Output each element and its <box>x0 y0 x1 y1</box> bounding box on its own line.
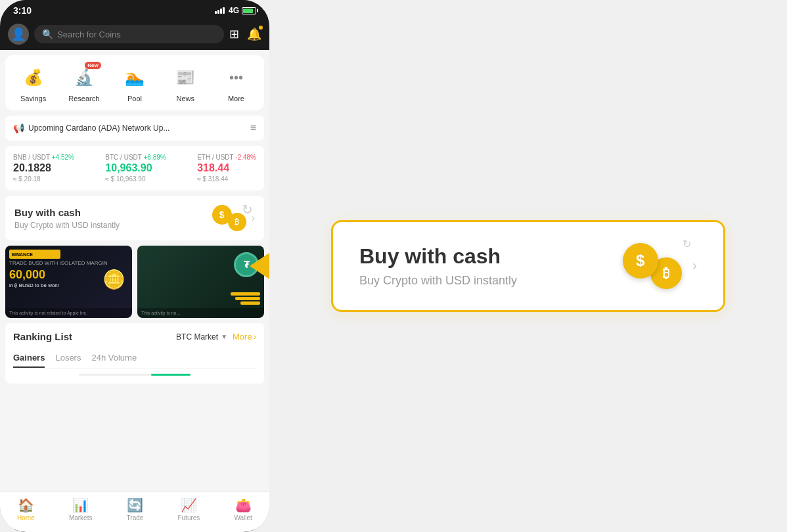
trade-nav-label: Trade <box>127 514 144 521</box>
buy-cash-content: Buy with cash Buy Crypto with USD instan… <box>14 207 120 230</box>
announcement-text: 📢 Upcoming Cardano (ADA) Network Up... <box>13 123 169 133</box>
buy-cash-title: Buy with cash <box>14 207 120 218</box>
nav-futures[interactable]: 📈 Futures <box>177 497 200 521</box>
nav-home[interactable]: 🏠 Home <box>17 497 35 521</box>
wallet-icon: 👛 <box>235 497 252 513</box>
buy-cash-card[interactable]: Buy with cash Buy Crypto with USD instan… <box>5 196 264 240</box>
eth-value: 318.44 <box>197 162 256 174</box>
expanded-buy-cash-card[interactable]: Buy with cash Buy Crypto with USD instan… <box>331 220 725 312</box>
list-icon: ≡ <box>250 122 256 134</box>
ranking-section: Ranking List BTC Market ▼ More › Gainers <box>5 323 264 384</box>
tab-gainers[interactable]: Gainers <box>13 349 45 368</box>
signal-icon <box>215 7 225 14</box>
content-area: 💰 Savings 🔬 New Research 🏊 Pool <box>0 50 269 529</box>
callout-arrow-icon <box>250 253 269 279</box>
trade-icon: 🔄 <box>127 497 143 513</box>
bnb-value: 20.1828 <box>13 162 74 174</box>
menu-item-research[interactable]: 🔬 New Research <box>58 63 109 102</box>
tether-disclaimer: This activity is no... <box>137 308 264 318</box>
bnb-usd: ≈ $ 20.18 <box>13 175 74 183</box>
tether-banner[interactable]: ₮ This activity is no... <box>137 246 264 318</box>
search-icon: 🔍 <box>42 29 53 39</box>
more-link-label: More <box>233 332 252 342</box>
bell-icon[interactable]: 🔔 <box>247 27 261 41</box>
bnb-price[interactable]: BNB / USDT +4.52% 20.1828 ≈ $ 20.18 <box>13 154 74 183</box>
battery-icon <box>242 7 256 14</box>
wallet-nav-label: Wallet <box>234 514 252 521</box>
nav-icons: ⊞ 🔔 <box>229 27 261 41</box>
nav-markets[interactable]: 📊 Markets <box>69 497 93 521</box>
status-icons: 4G <box>215 6 256 15</box>
pool-icon: 🏊 <box>125 68 145 87</box>
eth-usd: ≈ $ 318.44 <box>197 175 256 183</box>
nav-wallet[interactable]: 👛 Wallet <box>234 497 252 521</box>
phone-screen: 👤 🔍 Search for Coins ⊞ 🔔 💰 Savings <box>0 18 269 529</box>
research-label: Research <box>68 95 99 102</box>
banner-section: BINANCEMARGIN TRADE BUSD WITH ISOLATED M… <box>5 246 264 318</box>
buy-cash-subtitle: Buy Crypto with USD instantly <box>14 221 120 230</box>
scroll-indicator <box>79 374 191 376</box>
scan-icon[interactable]: ⊞ <box>229 27 239 41</box>
search-placeholder: Search for Coins <box>57 30 121 39</box>
expanded-card-subtitle: Buy Crypto with USD instantly <box>359 274 517 288</box>
nav-trade[interactable]: 🔄 Trade <box>127 497 144 521</box>
network-label: 4G <box>229 6 239 15</box>
futures-nav-label: Futures <box>177 514 200 521</box>
announcement-bar[interactable]: 📢 Upcoming Cardano (ADA) Network Up... ≡ <box>5 116 264 141</box>
ranking-meta: BTC Market ▼ More › <box>176 332 256 342</box>
news-icon: 📰 <box>175 68 195 87</box>
binance-margin-banner[interactable]: BINANCEMARGIN TRADE BUSD WITH ISOLATED M… <box>5 246 132 318</box>
avatar[interactable]: 👤 <box>8 24 29 45</box>
more-chevron-icon: › <box>254 332 256 342</box>
eth-pair: ETH / USDT -2.48% <box>197 154 256 161</box>
market-selector[interactable]: BTC Market ▼ <box>176 332 227 342</box>
ranking-tabs: Gainers Losers 24h Volume <box>13 349 256 368</box>
menu-item-pool[interactable]: 🏊 Pool <box>109 63 160 102</box>
btc-pair: BTC / USDT +6.89% <box>105 154 166 161</box>
banner-coin: 🪙 <box>102 269 125 290</box>
scroll-thumb <box>151 374 191 376</box>
expanded-card-content: Buy with cash Buy Crypto with USD instan… <box>359 244 517 288</box>
more-link[interactable]: More › <box>233 332 256 342</box>
price-ticker: BNB / USDT +4.52% 20.1828 ≈ $ 20.18 BTC … <box>5 146 264 190</box>
eth-price[interactable]: ETH / USDT -2.48% 318.44 ≈ $ 318.44 <box>197 154 256 183</box>
expanded-card-right: $ ₿ ↻ › <box>623 243 697 289</box>
banner-amount: 60,000 <box>9 268 45 282</box>
status-bar: 3:10 4G <box>0 0 269 18</box>
expanded-dollar-coin: $ <box>623 243 658 278</box>
menu-item-more[interactable]: ••• More <box>211 63 261 102</box>
home-nav-label: Home <box>17 514 35 521</box>
banner-disclaimer: This activity is not related to Apple In… <box>5 308 132 318</box>
gold-bars-decoration <box>231 292 260 305</box>
expanded-coin-icons: $ ₿ ↻ <box>623 243 682 289</box>
binance-logo: BINANCEMARGIN <box>9 250 60 259</box>
home-icon: 🏠 <box>18 497 34 513</box>
btc-price[interactable]: BTC / USDT +6.89% 10,963.90 ≈ $ 10,963.9… <box>105 154 166 183</box>
dropdown-arrow-icon: ▼ <box>221 333 227 340</box>
btc-value: 10,963.90 <box>105 162 166 174</box>
btc-usd: ≈ $ 10,963.90 <box>105 175 166 183</box>
research-icon: 🔬 <box>74 68 94 87</box>
menu-item-savings[interactable]: 💰 Savings <box>8 63 58 102</box>
search-bar[interactable]: 🔍 Search for Coins <box>34 25 224 43</box>
megaphone-icon: 📢 <box>13 123 24 133</box>
savings-label: Savings <box>20 95 46 102</box>
futures-icon: 📈 <box>181 497 197 513</box>
expanded-chevron-right-icon: › <box>692 257 697 275</box>
coin-icons: $ ₿ ↻ <box>212 205 246 231</box>
phone-frame: 3:10 4G 👤 🔍 Search for Coins <box>0 0 269 532</box>
right-panel: Buy with cash Buy Crypto with USD instan… <box>269 194 787 338</box>
tab-24h-volume[interactable]: 24h Volume <box>91 349 137 368</box>
tab-losers[interactable]: Losers <box>55 349 81 368</box>
top-nav: 👤 🔍 Search for Coins ⊞ 🔔 <box>0 18 269 50</box>
market-label: BTC Market <box>176 332 218 342</box>
dollar-coin-icon: $ <box>212 205 232 225</box>
menu-item-news[interactable]: 📰 News <box>160 63 211 102</box>
ranking-title: Ranking List <box>13 331 72 342</box>
buy-cash-right: $ ₿ ↻ › <box>212 205 255 231</box>
quick-menu: 💰 Savings 🔬 New Research 🏊 Pool <box>5 55 264 110</box>
more-icon: ••• <box>229 70 243 85</box>
expanded-refresh-icon: ↻ <box>683 238 691 250</box>
savings-icon: 💰 <box>24 68 43 87</box>
pool-label: Pool <box>127 95 142 102</box>
